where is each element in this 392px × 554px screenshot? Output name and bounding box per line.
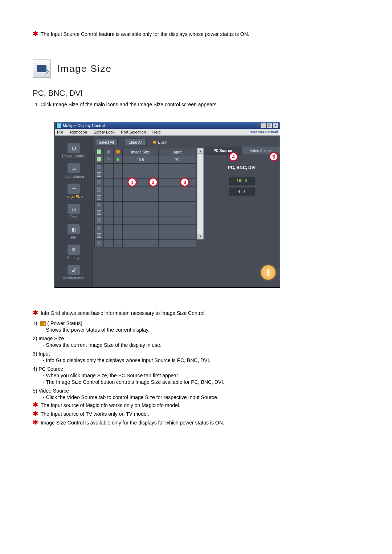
legend-item: 5) Video Source xyxy=(33,388,359,394)
pip-icon: ◧ xyxy=(68,224,80,234)
row-checkbox[interactable] xyxy=(97,172,101,177)
row-checkbox[interactable] xyxy=(97,210,101,215)
bottom-bar: ! xyxy=(93,262,280,283)
callout-4: 4 xyxy=(229,152,238,161)
col-id: ID xyxy=(104,148,114,156)
row-checkbox[interactable] xyxy=(97,157,101,161)
heading-title: Image Size xyxy=(57,63,112,74)
legend-item: 3) Input xyxy=(33,351,359,357)
time-icon: ◷ xyxy=(68,204,80,214)
minimize-button[interactable]: _ xyxy=(260,123,266,128)
sidebar-item-settings[interactable]: ⚙ Settings xyxy=(55,245,93,260)
header-checkbox[interactable] xyxy=(97,149,101,154)
end-note-text: The Input source of TV works only on TV … xyxy=(41,411,149,417)
maximize-button[interactable]: □ xyxy=(266,123,272,128)
table-row[interactable]: 0 16:9 PC xyxy=(95,156,196,164)
table-row[interactable] xyxy=(95,217,196,225)
table-row[interactable] xyxy=(95,240,196,247)
row-checkbox[interactable] xyxy=(97,203,101,207)
menu-help[interactable]: Help xyxy=(152,130,161,134)
sidebar-item-pip[interactable]: ◧ PIP xyxy=(55,224,93,239)
sidebar-item-power-control[interactable]: ⏻ Power Control xyxy=(55,143,93,158)
grid-scrollbar[interactable]: ▲ ▼ xyxy=(197,148,204,239)
legend-intro-text: Info Grid shows some basic information n… xyxy=(41,310,206,316)
titlebar: Multiple Display Control _ □ × xyxy=(55,122,280,129)
legend-title: Image Size xyxy=(38,336,64,341)
legend-sub: - The Image Size Control button controls… xyxy=(43,379,359,385)
busy-label: Busy xyxy=(158,140,167,144)
col-input: Input xyxy=(159,148,196,156)
legend-num: 5) xyxy=(33,388,37,394)
row-checkbox[interactable] xyxy=(97,226,101,230)
image-size-icon xyxy=(33,59,51,78)
app-icon xyxy=(56,123,61,128)
end-note: ✱ The Input source of MagicInfo works on… xyxy=(33,402,359,409)
end-note: ✱ Image Size Control is available only f… xyxy=(33,419,359,426)
row-checkbox[interactable] xyxy=(97,180,101,184)
row-checkbox[interactable] xyxy=(97,233,101,238)
scroll-down-icon[interactable]: ▼ xyxy=(197,234,203,239)
toolbar: Select All Clear All Busy xyxy=(93,136,280,147)
table-row[interactable] xyxy=(95,232,196,240)
sidebar-item-maintenance[interactable]: 🖌 Maintenance xyxy=(55,265,93,280)
star-icon: ✱ xyxy=(33,419,39,426)
legend-sub: - Shows the power status of the current … xyxy=(43,327,359,333)
col-image-size: Image Size xyxy=(123,148,159,156)
legend-num: 1) xyxy=(33,320,37,326)
right-panel: PC Source Video Source PC, BNC, DVI 16 :… xyxy=(204,147,280,203)
legend-title: Video Source xyxy=(38,388,69,394)
legend-num: 2) xyxy=(33,336,37,341)
menu-file[interactable]: File xyxy=(57,130,64,134)
row-checkbox[interactable] xyxy=(97,165,101,169)
row-checkbox[interactable] xyxy=(97,188,101,192)
image-size-icon-small: ▭ xyxy=(68,184,80,194)
row-checkbox[interactable] xyxy=(97,241,101,245)
table-row[interactable] xyxy=(95,225,196,232)
table-row[interactable] xyxy=(95,202,196,209)
settings-icon: ⚙ xyxy=(68,245,80,255)
cell-id: 0 xyxy=(104,156,114,164)
menu-safety-lock[interactable]: Safety Lock xyxy=(94,130,114,134)
panel-title: PC, BNC, DVI xyxy=(228,165,256,170)
star-icon: ✱ xyxy=(33,30,39,37)
busy-dot-icon xyxy=(153,141,156,144)
legend-title: PC Source xyxy=(38,366,63,372)
clear-all-button[interactable]: Clear All xyxy=(124,139,147,146)
row-checkbox[interactable] xyxy=(97,218,101,222)
sidebar-item-image-size[interactable]: ▭ Image Size xyxy=(55,184,93,199)
close-button[interactable]: × xyxy=(273,123,278,128)
legend-block: 1) ⏻( Power Status)- Shows the power sta… xyxy=(33,320,359,400)
legend-item: 4) PC Source xyxy=(33,366,359,372)
power-icon: ⏻ xyxy=(68,143,80,153)
sidebar-item-time[interactable]: ◷ Time xyxy=(55,204,93,219)
menu-remocon[interactable]: Remocon xyxy=(70,130,87,134)
star-icon: ✱ xyxy=(33,402,39,408)
legend-item: 2) Image Size xyxy=(33,336,359,341)
option-16-9-button[interactable]: 16 : 9 xyxy=(229,177,255,185)
legend-title: Input xyxy=(38,351,50,357)
callout-1: 1 xyxy=(127,177,137,187)
legend-num: 3) xyxy=(33,351,37,357)
menu-port-selection[interactable]: Port Selection xyxy=(121,130,146,134)
menubar: File Remocon Safety Lock Port Selection … xyxy=(55,129,280,136)
row-checkbox[interactable] xyxy=(97,195,101,200)
legend-item: 1) ⏻( Power Status) xyxy=(33,320,359,326)
legend-title: ( Power Status) xyxy=(47,320,82,326)
input-source-icon: ▭ xyxy=(68,163,80,173)
maintenance-icon: 🖌 xyxy=(68,265,80,275)
table-row[interactable] xyxy=(95,186,196,194)
busy-indicator: Busy xyxy=(153,140,167,144)
legend-sub: - Shows the current Image Size of the di… xyxy=(43,342,359,348)
end-note-text: The Input source of MagicInfo works only… xyxy=(41,402,180,408)
table-row[interactable] xyxy=(95,194,196,202)
option-4-3-button[interactable]: 4 : 3 xyxy=(229,188,255,196)
table-row[interactable] xyxy=(95,164,196,171)
table-row[interactable] xyxy=(95,209,196,217)
table-row[interactable] xyxy=(95,171,196,179)
col-power-icon xyxy=(114,148,123,156)
select-all-button[interactable]: Select All xyxy=(95,139,118,146)
scroll-up-icon[interactable]: ▲ xyxy=(197,148,203,154)
sidebar-item-input-source[interactable]: ▭ Input Source xyxy=(55,163,93,178)
legend-num: 4) xyxy=(33,366,37,372)
intro-note: ✱ The Input Source Control feature is av… xyxy=(33,30,359,38)
